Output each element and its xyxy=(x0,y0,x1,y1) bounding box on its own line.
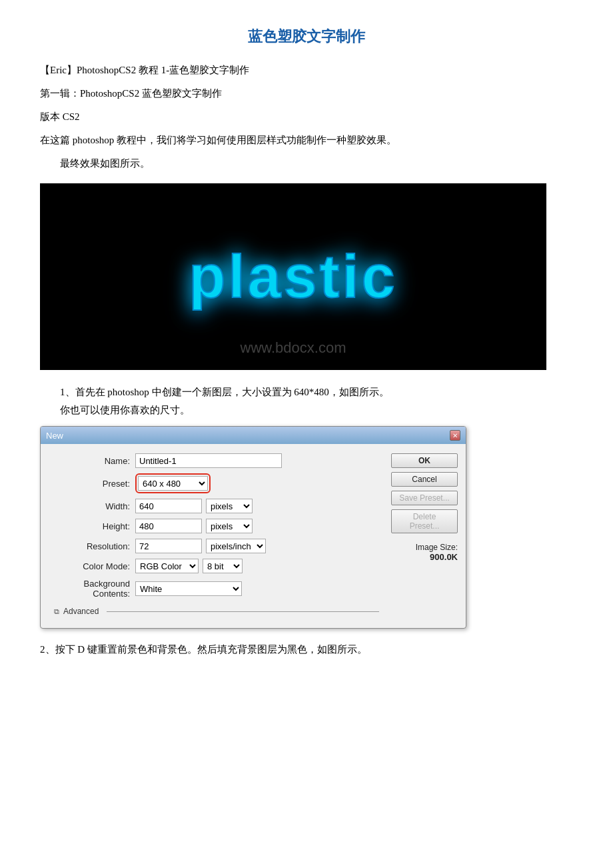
height-input[interactable] xyxy=(135,519,202,533)
preset-label: Preset: xyxy=(49,479,135,489)
step1-text: 1、首先在 photoshop 中创建一个新图层，大小设置为 640*480，如… xyxy=(60,383,573,419)
step2-text: 2、按下 D 键重置前景色和背景色。然后填充背景图层为黑色，如图所示。 xyxy=(40,641,573,659)
preset-highlight: 640 x 480 xyxy=(135,473,211,493)
width-row: Width: pixels xyxy=(49,499,384,513)
resolution-row: Resolution: pixels/inch xyxy=(49,539,384,553)
width-unit-select[interactable]: pixels xyxy=(206,499,253,513)
dialog-content: Name: Preset: 640 x 480 Width: pixels xyxy=(41,444,466,628)
save-preset-button[interactable]: Save Preset... xyxy=(391,491,458,505)
bg-contents-row: Background Contents: White xyxy=(49,579,384,599)
intro-line4: 在这篇 photoshop 教程中，我们将学习如何使用图层样式功能制作一种塑胶效… xyxy=(40,131,573,149)
color-mode-label: Color Mode: xyxy=(49,561,135,571)
preset-row-container: Preset: 640 x 480 xyxy=(49,473,384,493)
advanced-arrow-icon: ⧉ xyxy=(54,607,59,616)
dialog-form: Name: Preset: 640 x 480 Width: pixels xyxy=(49,453,384,619)
width-label: Width: xyxy=(49,501,135,511)
name-label: Name: xyxy=(49,456,135,466)
preset-select[interactable]: 640 x 480 xyxy=(138,476,208,491)
advanced-divider xyxy=(107,611,379,612)
dialog-titlebar: New ✕ xyxy=(41,427,466,444)
dialog-close-button[interactable]: ✕ xyxy=(450,430,460,441)
delete-preset-button[interactable]: Delete Preset... xyxy=(391,509,458,533)
height-label: Height: xyxy=(49,521,135,531)
resolution-label: Resolution: xyxy=(49,541,135,551)
color-mode-row: Color Mode: RGB Color 8 bit xyxy=(49,559,384,573)
ok-button[interactable]: OK xyxy=(391,453,458,468)
intro-line3: 版本 CS2 xyxy=(40,108,573,126)
color-mode-select[interactable]: RGB Color xyxy=(135,559,199,573)
height-row: Height: pixels xyxy=(49,519,384,533)
resolution-input[interactable] xyxy=(135,539,202,553)
intro-line2: 第一辑：PhotoshopCS2 蓝色塑胶文字制作 xyxy=(40,85,573,103)
demo-image-container: plastic www.bdocx.com xyxy=(40,183,546,370)
width-input[interactable] xyxy=(135,499,202,513)
advanced-section: ⧉ Advanced xyxy=(49,604,384,619)
resolution-unit-select[interactable]: pixels/inch xyxy=(206,539,266,553)
cancel-button[interactable]: Cancel xyxy=(391,472,458,487)
dialog-title: New xyxy=(46,431,63,441)
height-unit-select[interactable]: pixels xyxy=(206,519,253,533)
image-size-container: Image Size: 900.0K xyxy=(391,543,458,562)
name-input[interactable] xyxy=(135,453,282,468)
watermark: www.bdocx.com xyxy=(241,339,346,357)
page-title: 蓝色塑胶文字制作 xyxy=(40,27,573,47)
new-document-dialog: New ✕ Name: Preset: 640 x 480 xyxy=(40,426,466,629)
image-size-value: 900.0K xyxy=(391,552,458,562)
intro-line5: 最终效果如图所示。 xyxy=(40,155,573,173)
color-bit-select[interactable]: 8 bit xyxy=(203,559,243,573)
demo-image: plastic www.bdocx.com xyxy=(40,183,546,370)
name-row: Name: xyxy=(49,453,384,468)
intro-line1: 【Eric】PhotoshopCS2 教程 1-蓝色塑胶文字制作 xyxy=(40,61,573,79)
image-size-label: Image Size: xyxy=(391,543,458,552)
plastic-text-display: plastic xyxy=(189,243,397,311)
bg-contents-select[interactable]: White xyxy=(135,581,242,596)
advanced-label: Advanced xyxy=(63,607,99,616)
bg-contents-label: Background Contents: xyxy=(49,579,135,599)
titlebar-buttons: ✕ xyxy=(450,430,460,441)
dialog-actions: OK Cancel Save Preset... Delete Preset..… xyxy=(391,453,458,619)
